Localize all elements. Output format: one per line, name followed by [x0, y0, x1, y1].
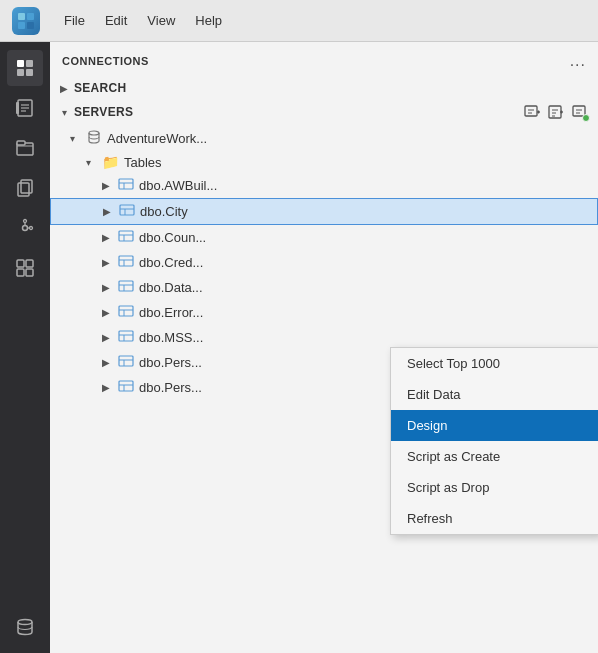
connection-status-button[interactable]	[570, 102, 590, 122]
tree-item-coun[interactable]: ▶ dbo.Coun...	[50, 225, 598, 250]
table-svg-icon-pers2	[118, 378, 134, 394]
connections-title: CONNECTIONS	[62, 55, 149, 67]
svg-rect-27	[525, 106, 537, 116]
svg-rect-4	[17, 60, 24, 67]
tree-chevron-cred: ▶	[102, 257, 114, 268]
sidebar-git-icon[interactable]	[7, 210, 43, 246]
context-menu-edit-data[interactable]: Edit Data	[391, 379, 598, 410]
svg-rect-59	[119, 381, 133, 391]
sidebar	[0, 42, 50, 653]
search-section[interactable]: ▶ SEARCH	[50, 78, 598, 98]
table-svg-icon-coun	[118, 228, 134, 244]
sidebar-extensions-icon[interactable]	[7, 250, 43, 286]
connections-more-button[interactable]: ...	[570, 52, 586, 70]
context-menu-script-drop[interactable]: Script as Drop	[391, 472, 598, 503]
app-logo-icon	[17, 12, 35, 30]
server-icon	[86, 129, 102, 148]
menu-help[interactable]: Help	[187, 9, 230, 32]
app-icon	[12, 7, 40, 35]
table-svg-icon-cred	[118, 253, 134, 269]
sidebar-database-icon[interactable]	[7, 609, 43, 645]
svg-rect-5	[26, 60, 33, 67]
servers-toolbar	[522, 102, 590, 122]
svg-rect-15	[21, 180, 32, 193]
svg-point-19	[30, 227, 33, 230]
svg-rect-23	[26, 260, 33, 267]
table-icon-city	[119, 202, 135, 221]
svg-rect-3	[27, 22, 34, 29]
explorer-icon	[15, 138, 35, 158]
tree-item-city[interactable]: ▶ dbo.City	[50, 198, 598, 225]
connections-nav-icon	[14, 57, 36, 79]
menu-view[interactable]: View	[139, 9, 183, 32]
mss-label: dbo.MSS...	[139, 330, 203, 345]
coun-label: dbo.Coun...	[139, 230, 206, 245]
servers-label: SERVERS	[74, 105, 133, 119]
tree-chevron-data: ▶	[102, 282, 114, 293]
menu-edit[interactable]: Edit	[97, 9, 135, 32]
table-svg-icon	[118, 176, 134, 192]
svg-point-18	[24, 220, 27, 223]
db-icon	[15, 617, 35, 637]
menu-file[interactable]: File	[56, 9, 93, 32]
sidebar-copy-icon[interactable]	[7, 170, 43, 206]
search-chevron-icon: ▶	[58, 83, 70, 94]
svg-rect-44	[119, 256, 133, 266]
svg-rect-47	[119, 281, 133, 291]
city-label: dbo.City	[140, 204, 188, 219]
table-icon-pers2	[118, 378, 134, 397]
git-icon	[15, 218, 35, 238]
awbuild-label: dbo.AWBuil...	[139, 178, 217, 193]
context-menu-design[interactable]: Design	[391, 410, 598, 441]
tree-item-tables[interactable]: ▾ 📁 Tables	[50, 151, 598, 173]
svg-rect-41	[119, 231, 133, 241]
table-icon-pers1	[118, 353, 134, 372]
tree-chevron-city: ▶	[103, 206, 115, 217]
context-menu: Select Top 1000 Edit Data Design Script …	[390, 347, 598, 535]
svg-point-34	[89, 131, 99, 135]
tree-chevron-pers1: ▶	[102, 357, 114, 368]
tree-item-cred[interactable]: ▶ dbo.Cred...	[50, 250, 598, 275]
sidebar-connections-icon[interactable]	[7, 50, 43, 86]
content-panel: CONNECTIONS ... ▶ SEARCH ▾ SERVERS	[50, 42, 598, 653]
svg-rect-50	[119, 306, 133, 316]
table-icon-error	[118, 303, 134, 322]
error-label: dbo.Error...	[139, 305, 203, 320]
svg-point-26	[18, 620, 32, 625]
tree-item-system[interactable]: ▾ AdventureWork...	[50, 126, 598, 151]
svg-point-17	[23, 226, 28, 231]
table-icon-data	[118, 278, 134, 297]
tree-chevron-awbuild: ▶	[102, 180, 114, 191]
main-layout: CONNECTIONS ... ▶ SEARCH ▾ SERVERS	[0, 42, 598, 653]
context-menu-select-top[interactable]: Select Top 1000	[391, 348, 598, 379]
notebook-icon	[15, 98, 35, 118]
pers2-label: dbo.Pers...	[139, 380, 202, 395]
menu-bar: File Edit View Help	[56, 9, 230, 32]
sidebar-explorer-icon[interactable]	[7, 130, 43, 166]
svg-rect-1	[27, 13, 34, 20]
add-connection-icon	[523, 103, 541, 121]
tree-item-error[interactable]: ▶ dbo.Error...	[50, 300, 598, 325]
table-icon-awbuild	[118, 176, 134, 195]
pers1-label: dbo.Pers...	[139, 355, 202, 370]
db-server-icon	[86, 129, 102, 145]
tree-item-data[interactable]: ▶ dbo.Data...	[50, 275, 598, 300]
table-svg-icon-mss	[118, 328, 134, 344]
context-menu-refresh[interactable]: Refresh	[391, 503, 598, 534]
new-query-button[interactable]	[546, 102, 566, 122]
table-svg-icon-city	[119, 202, 135, 218]
adventureworks-label: AdventureWork...	[107, 131, 207, 146]
sidebar-notebooks-icon[interactable]	[7, 90, 43, 126]
add-connection-button[interactable]	[522, 102, 542, 122]
data-label: dbo.Data...	[139, 280, 203, 295]
tree-chevron-error: ▶	[102, 307, 114, 318]
context-menu-script-create[interactable]: Script as Create	[391, 441, 598, 472]
table-icon-mss	[118, 328, 134, 347]
tree-item-awbuild[interactable]: ▶ dbo.AWBuil...	[50, 173, 598, 198]
tree-chevron-pers2: ▶	[102, 382, 114, 393]
status-green-dot	[582, 114, 590, 122]
cred-label: dbo.Cred...	[139, 255, 203, 270]
servers-section[interactable]: ▾ SERVERS	[50, 98, 598, 126]
svg-rect-16	[18, 183, 29, 196]
new-query-icon	[547, 103, 565, 121]
